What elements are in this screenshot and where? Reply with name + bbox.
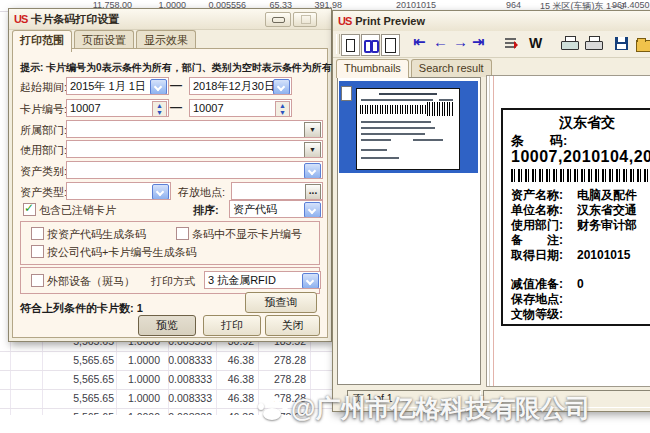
- watermark: @广州市亿格科技有限公司: [256, 392, 590, 425]
- dialog-title: Print Preview: [355, 15, 425, 27]
- dropdown-arrow-icon[interactable]: ▼: [304, 122, 321, 138]
- card-to-field[interactable]: 10007 ▲▼: [189, 99, 292, 117]
- barcode-options-group: 按资产代码生成条码 条码中不显示卡片编号 按公司代码+卡片编号生成条码: [20, 221, 320, 265]
- ellipsis-button[interactable]: ...: [305, 184, 321, 200]
- selected-thumbnail[interactable]: [339, 81, 478, 173]
- preview-page[interactable]: 汉东省交 条 码: 10007,2010104,201 资产名称:电脑及配件 单…: [486, 75, 650, 387]
- match-count-text: 符合上列条件的卡片数: 1: [20, 301, 143, 316]
- gen-by-asset-code-checkbox[interactable]: [31, 227, 44, 240]
- cell: 46.38: [216, 411, 254, 415]
- table-row: 5,565.651.00000.00833346.38278.28: [0, 370, 336, 390]
- gen-by-company-checkbox[interactable]: [31, 245, 44, 258]
- app-logo-icon: US: [14, 13, 27, 25]
- cell: 5,565.65: [8, 392, 114, 404]
- cell: 1.0000: [116, 411, 160, 415]
- location-field[interactable]: ...: [231, 182, 323, 200]
- cell: 0.008333: [162, 373, 212, 385]
- prequery-button[interactable]: 预查询: [245, 292, 317, 313]
- toolbar-handle[interactable]: [336, 34, 340, 54]
- prev-page-icon[interactable]: ←: [433, 33, 448, 50]
- cell: 0.008333: [162, 354, 212, 366]
- preview-toolbar: ⇤ ← → ⇥ W: [333, 31, 650, 58]
- print-range-tabpage: 提示: 卡片编号为0表示条件为所有，部门、类别为空时表示条件为所有 起始期间: …: [12, 48, 328, 338]
- hint-text: 提示: 卡片编号为0表示条件为所有，部门、类别为空时表示条件为所有: [20, 61, 332, 75]
- chevron-down-icon[interactable]: [302, 273, 319, 289]
- cell: 1.0000: [116, 392, 160, 404]
- settings-titlebar[interactable]: US 卡片条码打印设置: [9, 9, 331, 30]
- minimize-button[interactable]: [265, 12, 291, 27]
- barcode-card: 汉东省交 条 码: 10007,2010104,201 资产名称:电脑及配件 单…: [501, 108, 650, 326]
- asset-type-label: 资产类型:: [20, 185, 67, 200]
- cell: 46.38: [216, 373, 254, 385]
- gen-by-company-label: 按公司代码+卡片编号生成条码: [47, 245, 196, 260]
- thumbnails-panel[interactable]: [337, 77, 481, 385]
- barcode-value: 10007,2010104,201: [511, 148, 650, 166]
- dept-dropdown[interactable]: ▼: [66, 120, 323, 138]
- card-fields: 资产名称:电脑及配件 单位名称:汉东省交通 使用部门:财务审计部 备 注: 取得…: [511, 188, 637, 322]
- search-icon[interactable]: W: [529, 35, 542, 51]
- print-icon[interactable]: [585, 36, 603, 51]
- print-preview-dialog: US Print Preview ⇤ ← → ⇥ W Thumbnails Se…: [332, 10, 650, 412]
- asset-cat-label: 资产类别:: [20, 164, 67, 179]
- asset-cat-dropdown[interactable]: [66, 161, 323, 179]
- bg-cell: 964: [506, 0, 521, 10]
- period-to-field[interactable]: 2018年12月30日: [189, 77, 292, 95]
- field-label: 保存地点:: [511, 292, 577, 307]
- tab-search-result[interactable]: Search result: [411, 59, 492, 77]
- external-device-checkbox[interactable]: [31, 274, 44, 287]
- first-page-icon[interactable]: ⇤: [413, 33, 426, 51]
- next-page-icon[interactable]: →: [453, 33, 468, 50]
- use-dept-dropdown[interactable]: ▼: [66, 140, 323, 158]
- maximize-button[interactable]: [293, 12, 317, 27]
- last-page-icon[interactable]: ⇥: [472, 33, 485, 51]
- cell: 5,565.65: [8, 354, 114, 366]
- card-from-field[interactable]: 10007 ▲▼: [66, 99, 169, 117]
- cell: 5,565.65: [8, 373, 114, 385]
- tab-print-range[interactable]: 打印范围: [12, 30, 72, 52]
- cell: 46.38: [216, 392, 254, 404]
- device-options-group: 外部设备（斑马） 打印方式 3 抗金属RFID: [20, 267, 320, 294]
- chevron-down-icon[interactable]: [152, 184, 169, 200]
- use-dept-label: 使用部门:: [20, 143, 67, 158]
- card-no-label: 卡片编号:: [20, 102, 67, 117]
- preview-button[interactable]: 预览: [138, 315, 196, 336]
- card-to-value: 10007: [193, 102, 224, 114]
- save-icon[interactable]: [615, 37, 628, 50]
- print-mode-label: 打印方式: [151, 274, 195, 289]
- table-row: 5,565.651.00000.00833346.38278.28: [0, 351, 336, 371]
- print-setup-icon[interactable]: [561, 36, 579, 51]
- chevron-down-icon[interactable]: [273, 79, 290, 95]
- print-mode-dropdown[interactable]: 3 抗金属RFID: [204, 271, 321, 289]
- open-icon[interactable]: [636, 40, 650, 52]
- field-label: 备 注:: [511, 233, 577, 248]
- asset-type-dropdown[interactable]: [66, 182, 171, 200]
- cell: 0.008333: [162, 411, 212, 415]
- period-from-field[interactable]: 2015年 1月 1日: [66, 77, 169, 95]
- range-dash: —: [170, 100, 182, 114]
- cell: 5,565.65: [8, 411, 114, 415]
- field-label: 取得日期:: [511, 248, 577, 263]
- bg-cell: 20101015: [396, 0, 436, 10]
- include-cancelled-checkbox[interactable]: [23, 203, 36, 216]
- sort-dropdown[interactable]: 资产代码: [229, 200, 323, 218]
- close-button[interactable]: 关闭: [265, 315, 320, 336]
- spinner-buttons[interactable]: ▲▼: [152, 101, 167, 117]
- dropdown-arrow-icon[interactable]: ▼: [304, 142, 321, 158]
- sort-value: 资产代码: [233, 203, 277, 215]
- facing-pages-button[interactable]: [361, 34, 380, 56]
- preview-titlebar[interactable]: US Print Preview: [333, 11, 650, 32]
- screen: 11,758.00 1.0000 0.005556 65.33 391.98 2…: [0, 0, 650, 433]
- cell: 1.0000: [116, 354, 160, 366]
- chevron-down-icon[interactable]: [150, 79, 167, 95]
- goto-page-icon[interactable]: [505, 38, 516, 50]
- spinner-buttons[interactable]: ▲▼: [275, 101, 290, 117]
- cell: 46.38: [216, 354, 254, 366]
- print-button[interactable]: 打印: [203, 315, 261, 336]
- page-width-button[interactable]: [381, 34, 400, 56]
- hide-card-no-checkbox[interactable]: [176, 227, 189, 240]
- chevron-down-icon[interactable]: [304, 163, 321, 179]
- chevron-down-icon[interactable]: [304, 202, 321, 218]
- dialog-title: 卡片条码打印设置: [31, 12, 119, 27]
- tab-thumbnails[interactable]: Thumbnails: [336, 59, 409, 78]
- whole-page-button[interactable]: [341, 34, 360, 56]
